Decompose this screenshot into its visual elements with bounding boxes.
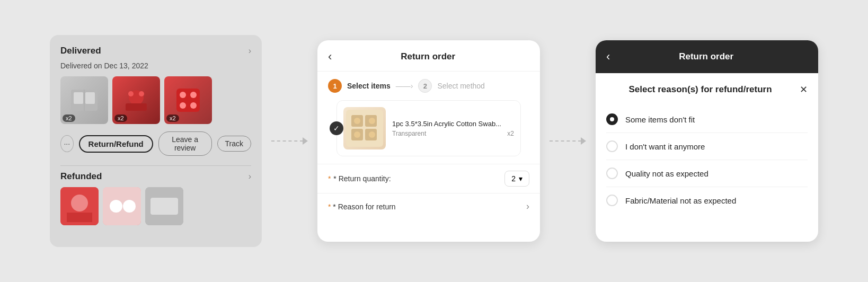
svg-point-12 <box>190 102 197 109</box>
arrow-2-line <box>550 140 581 142</box>
svg-rect-2 <box>85 92 95 104</box>
reason-text-0: Some items don't fit <box>625 115 695 124</box>
svg-point-17 <box>110 200 122 213</box>
delivery-date: Delivered on Dec 13, 2022 <box>60 61 251 70</box>
refunded-img-1-svg <box>60 187 99 225</box>
product-variant-row: Transparent x2 <box>392 130 514 137</box>
action-buttons-row: ··· Return/Refund Leave a review Track <box>60 131 251 156</box>
product-card: ✓ 1pc 3.5*3.5in Acrylic <box>336 100 521 156</box>
refunded-image-2 <box>103 187 141 225</box>
svg-point-18 <box>123 200 136 213</box>
reason-radio-1[interactable] <box>606 140 618 152</box>
svg-point-27 <box>369 118 375 124</box>
svg-rect-15 <box>67 213 92 222</box>
product-name: 1pc 3.5*3.5in Acrylic Cotton Swab... <box>392 120 514 128</box>
leave-review-button[interactable]: Leave a review <box>158 131 212 156</box>
product-images-row: x2 x2 <box>60 76 251 124</box>
steps-arrow-icon: ——› <box>396 82 413 90</box>
badge-1: x2 <box>63 114 75 122</box>
refunded-images-row <box>60 187 251 225</box>
reason-row[interactable]: * * Reason for return › <box>317 193 540 219</box>
svg-point-26 <box>354 118 360 124</box>
quantity-selector[interactable]: 2 ▾ <box>504 171 529 187</box>
more-options-button[interactable]: ··· <box>60 135 74 152</box>
refunded-image-3 <box>145 187 183 225</box>
svg-rect-8 <box>176 89 200 112</box>
reason-panel-body: Select reason(s) for refund/return ✕ Som… <box>596 73 818 224</box>
product-img-3-svg <box>172 84 204 116</box>
section-divider <box>60 165 251 166</box>
svg-rect-21 <box>346 110 383 147</box>
svg-point-6 <box>128 91 134 96</box>
reason-item-1[interactable]: I don't want it anymore <box>606 133 808 160</box>
product-img-1-svg <box>68 84 100 116</box>
reason-item-0[interactable]: Some items don't fit <box>606 106 808 133</box>
return-refund-button[interactable]: Return/Refund <box>79 135 153 153</box>
refunded-title: Refunded <box>60 171 102 182</box>
reason-text-1: I don't want it anymore <box>625 142 705 151</box>
arrow-1-line <box>271 140 303 142</box>
product-image-3: x2 <box>164 76 212 124</box>
return-order-panel: ‹ Return order 1 Select items ——› 2 Sele… <box>317 40 540 242</box>
step-2-label: Select method <box>437 82 485 90</box>
quantity-dropdown-icon: ▾ <box>519 174 522 183</box>
svg-point-11 <box>180 102 186 109</box>
reason-radio-3[interactable] <box>606 195 618 206</box>
product-quantity: x2 <box>507 130 514 137</box>
delivered-chevron-icon[interactable]: › <box>249 46 251 56</box>
refunded-img-2-svg <box>103 187 141 225</box>
svg-point-28 <box>354 131 360 138</box>
step-1-label: Select items <box>347 82 391 90</box>
return-back-button[interactable]: ‹ <box>328 50 332 64</box>
svg-rect-5 <box>126 103 147 111</box>
arrow-2-head <box>581 137 586 145</box>
product-thumbnail <box>343 107 386 149</box>
svg-point-10 <box>190 92 197 98</box>
reason-panel-title: Return order <box>615 51 797 62</box>
return-order-header: ‹ Return order <box>317 40 540 72</box>
step-2-badge: 2 <box>418 79 432 93</box>
arrow-1 <box>262 137 317 145</box>
track-button[interactable]: Track <box>217 136 251 152</box>
reason-radio-2[interactable] <box>606 168 618 179</box>
step-1-badge: 1 <box>328 79 342 93</box>
reasons-list: Some items don't fit I don't want it any… <box>606 106 808 214</box>
reason-chevron-icon: › <box>526 201 529 212</box>
reason-back-button[interactable]: ‹ <box>606 50 610 64</box>
svg-point-9 <box>180 92 186 98</box>
quantity-value: 2 <box>511 174 516 183</box>
reason-panel-header: ‹ Return order <box>596 40 818 73</box>
product-image-1: x2 <box>60 76 108 124</box>
reason-text-3: Fabric/Material not as expected <box>625 196 736 205</box>
svg-rect-1 <box>74 92 83 104</box>
order-card-panel: Delivered › Delivered on Dec 13, 2022 x2 <box>50 35 262 247</box>
svg-point-29 <box>369 131 375 138</box>
arrow-1-head <box>303 137 308 145</box>
delivered-title: Delivered <box>60 46 101 56</box>
return-quantity-label: * * Return quantity: <box>328 174 499 183</box>
return-order-title: Return order <box>337 51 519 62</box>
close-button[interactable]: ✕ <box>800 84 808 95</box>
svg-point-14 <box>71 195 88 212</box>
reason-item-2[interactable]: Quality not as expected <box>606 160 808 187</box>
delivered-section-header: Delivered › <box>60 46 251 56</box>
badge-3: x2 <box>166 114 179 122</box>
product-variant: Transparent <box>392 130 426 137</box>
product-image-2: x2 <box>112 76 160 124</box>
svg-rect-20 <box>150 198 178 215</box>
refunded-section: Refunded › <box>60 171 251 225</box>
reason-label: * * Reason for return <box>328 202 526 211</box>
badge-2: x2 <box>114 114 127 122</box>
refunded-chevron-icon[interactable]: › <box>249 172 251 181</box>
product-check-icon: ✓ <box>330 121 343 135</box>
refunded-image-1 <box>60 187 99 225</box>
select-reason-panel: ‹ Return order Select reason(s) for refu… <box>596 40 818 242</box>
flow-container: Delivered › Delivered on Dec 13, 2022 x2 <box>11 35 857 247</box>
svg-point-7 <box>139 91 144 96</box>
return-quantity-row: * * Return quantity: 2 ▾ <box>317 164 540 193</box>
reason-item-3[interactable]: Fabric/Material not as expected <box>606 187 808 214</box>
select-reason-title: Select reason(s) for refund/return <box>606 84 794 95</box>
reason-radio-0[interactable] <box>606 113 618 125</box>
steps-row: 1 Select items ——› 2 Select method <box>317 72 540 100</box>
product-thumb-svg <box>346 110 383 147</box>
